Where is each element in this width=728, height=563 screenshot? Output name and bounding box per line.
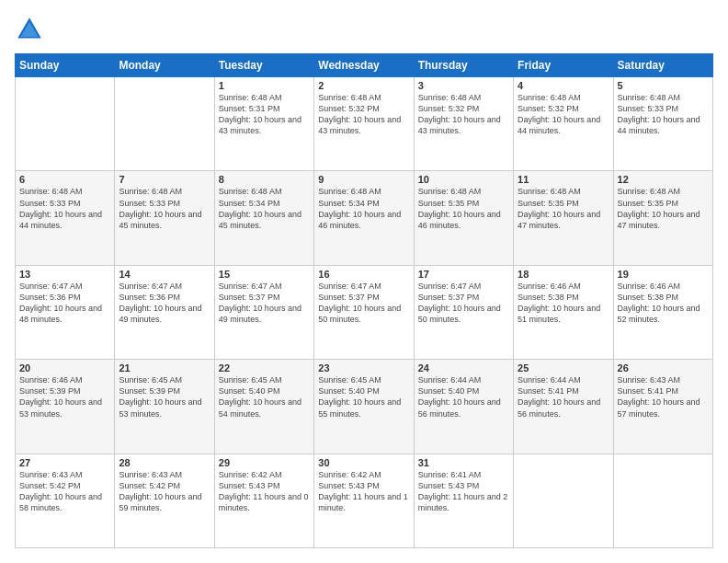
- day-number: 19: [618, 269, 709, 280]
- weekday-header-thursday: Thursday: [414, 54, 513, 77]
- weekday-header-row: SundayMondayTuesdayWednesdayThursdayFrid…: [16, 54, 713, 77]
- calendar-cell: 6Sunrise: 6:48 AM Sunset: 5:33 PM Daylig…: [16, 171, 115, 265]
- calendar-cell: [16, 77, 115, 171]
- day-number: 2: [318, 80, 409, 91]
- cell-info: Sunrise: 6:48 AM Sunset: 5:35 PM Dayligh…: [618, 186, 709, 231]
- week-row-3: 13Sunrise: 6:47 AM Sunset: 5:36 PM Dayli…: [16, 265, 713, 359]
- cell-info: Sunrise: 6:48 AM Sunset: 5:33 PM Dayligh…: [618, 92, 709, 137]
- week-row-5: 27Sunrise: 6:43 AM Sunset: 5:42 PM Dayli…: [16, 454, 713, 547]
- cell-info: Sunrise: 6:45 AM Sunset: 5:39 PM Dayligh…: [119, 374, 210, 419]
- cell-info: Sunrise: 6:42 AM Sunset: 5:43 PM Dayligh…: [219, 469, 310, 514]
- calendar-cell: 5Sunrise: 6:48 AM Sunset: 5:33 PM Daylig…: [613, 77, 712, 171]
- week-row-4: 20Sunrise: 6:46 AM Sunset: 5:39 PM Dayli…: [16, 360, 713, 454]
- cell-info: Sunrise: 6:43 AM Sunset: 5:41 PM Dayligh…: [618, 374, 709, 419]
- logo: [15, 15, 48, 44]
- calendar-table: SundayMondayTuesdayWednesdayThursdayFrid…: [15, 53, 713, 548]
- calendar-cell: 8Sunrise: 6:48 AM Sunset: 5:34 PM Daylig…: [214, 171, 313, 265]
- cell-info: Sunrise: 6:48 AM Sunset: 5:35 PM Dayligh…: [418, 186, 509, 231]
- calendar-cell: 18Sunrise: 6:46 AM Sunset: 5:38 PM Dayli…: [514, 265, 613, 359]
- calendar-cell: 24Sunrise: 6:44 AM Sunset: 5:40 PM Dayli…: [414, 360, 513, 454]
- cell-info: Sunrise: 6:41 AM Sunset: 5:43 PM Dayligh…: [418, 469, 509, 514]
- calendar-cell: [514, 454, 613, 547]
- day-number: 5: [618, 80, 709, 91]
- calendar-cell: 29Sunrise: 6:42 AM Sunset: 5:43 PM Dayli…: [214, 454, 313, 547]
- day-number: 20: [19, 362, 110, 373]
- calendar-cell: 22Sunrise: 6:45 AM Sunset: 5:40 PM Dayli…: [214, 360, 313, 454]
- day-number: 21: [119, 362, 210, 373]
- calendar-cell: 2Sunrise: 6:48 AM Sunset: 5:32 PM Daylig…: [314, 77, 414, 171]
- calendar-cell: 20Sunrise: 6:46 AM Sunset: 5:39 PM Dayli…: [16, 360, 115, 454]
- cell-info: Sunrise: 6:48 AM Sunset: 5:31 PM Dayligh…: [219, 92, 310, 137]
- weekday-header-sunday: Sunday: [16, 54, 115, 77]
- day-number: 13: [19, 269, 110, 280]
- cell-info: Sunrise: 6:48 AM Sunset: 5:35 PM Dayligh…: [518, 186, 609, 231]
- calendar-cell: 16Sunrise: 6:47 AM Sunset: 5:37 PM Dayli…: [314, 265, 414, 359]
- day-number: 29: [219, 457, 310, 468]
- cell-info: Sunrise: 6:48 AM Sunset: 5:34 PM Dayligh…: [219, 186, 310, 231]
- calendar-cell: 12Sunrise: 6:48 AM Sunset: 5:35 PM Dayli…: [613, 171, 712, 265]
- weekday-header-monday: Monday: [115, 54, 214, 77]
- weekday-header-saturday: Saturday: [613, 54, 712, 77]
- calendar-cell: 28Sunrise: 6:43 AM Sunset: 5:42 PM Dayli…: [115, 454, 214, 547]
- calendar-cell: [613, 454, 712, 547]
- calendar-cell: 27Sunrise: 6:43 AM Sunset: 5:42 PM Dayli…: [16, 454, 115, 547]
- cell-info: Sunrise: 6:44 AM Sunset: 5:41 PM Dayligh…: [518, 374, 609, 419]
- day-number: 27: [19, 457, 110, 468]
- week-row-2: 6Sunrise: 6:48 AM Sunset: 5:33 PM Daylig…: [16, 171, 713, 265]
- calendar-cell: 21Sunrise: 6:45 AM Sunset: 5:39 PM Dayli…: [115, 360, 214, 454]
- calendar-cell: 31Sunrise: 6:41 AM Sunset: 5:43 PM Dayli…: [414, 454, 513, 547]
- day-number: 26: [618, 362, 709, 373]
- calendar-cell: 19Sunrise: 6:46 AM Sunset: 5:38 PM Dayli…: [613, 265, 712, 359]
- cell-info: Sunrise: 6:44 AM Sunset: 5:40 PM Dayligh…: [418, 374, 509, 419]
- calendar-cell: 10Sunrise: 6:48 AM Sunset: 5:35 PM Dayli…: [414, 171, 513, 265]
- day-number: 16: [318, 269, 409, 280]
- day-number: 12: [618, 174, 709, 185]
- day-number: 6: [19, 174, 110, 185]
- weekday-header-friday: Friday: [514, 54, 613, 77]
- calendar-cell: 9Sunrise: 6:48 AM Sunset: 5:34 PM Daylig…: [314, 171, 414, 265]
- day-number: 3: [418, 80, 509, 91]
- calendar-cell: 17Sunrise: 6:47 AM Sunset: 5:37 PM Dayli…: [414, 265, 513, 359]
- cell-info: Sunrise: 6:43 AM Sunset: 5:42 PM Dayligh…: [19, 469, 110, 514]
- weekday-header-tuesday: Tuesday: [214, 54, 313, 77]
- day-number: 15: [219, 269, 310, 280]
- day-number: 30: [318, 457, 409, 468]
- header: [15, 15, 713, 44]
- calendar-cell: [115, 77, 214, 171]
- calendar-cell: 7Sunrise: 6:48 AM Sunset: 5:33 PM Daylig…: [115, 171, 214, 265]
- page: SundayMondayTuesdayWednesdayThursdayFrid…: [0, 0, 728, 563]
- cell-info: Sunrise: 6:47 AM Sunset: 5:37 PM Dayligh…: [219, 281, 310, 326]
- day-number: 17: [418, 269, 509, 280]
- day-number: 18: [518, 269, 609, 280]
- cell-info: Sunrise: 6:48 AM Sunset: 5:33 PM Dayligh…: [119, 186, 210, 231]
- week-row-1: 1Sunrise: 6:48 AM Sunset: 5:31 PM Daylig…: [16, 77, 713, 171]
- day-number: 4: [518, 80, 609, 91]
- day-number: 24: [418, 362, 509, 373]
- weekday-header-wednesday: Wednesday: [314, 54, 414, 77]
- calendar-cell: 13Sunrise: 6:47 AM Sunset: 5:36 PM Dayli…: [16, 265, 115, 359]
- cell-info: Sunrise: 6:47 AM Sunset: 5:36 PM Dayligh…: [119, 281, 210, 326]
- day-number: 25: [518, 362, 609, 373]
- cell-info: Sunrise: 6:47 AM Sunset: 5:36 PM Dayligh…: [19, 281, 110, 326]
- day-number: 9: [318, 174, 409, 185]
- cell-info: Sunrise: 6:45 AM Sunset: 5:40 PM Dayligh…: [318, 374, 409, 419]
- calendar-cell: 14Sunrise: 6:47 AM Sunset: 5:36 PM Dayli…: [115, 265, 214, 359]
- calendar-cell: 23Sunrise: 6:45 AM Sunset: 5:40 PM Dayli…: [314, 360, 414, 454]
- day-number: 10: [418, 174, 509, 185]
- day-number: 31: [418, 457, 509, 468]
- calendar-cell: 1Sunrise: 6:48 AM Sunset: 5:31 PM Daylig…: [214, 77, 313, 171]
- logo-icon: [15, 15, 44, 44]
- cell-info: Sunrise: 6:46 AM Sunset: 5:39 PM Dayligh…: [19, 374, 110, 419]
- calendar-cell: 26Sunrise: 6:43 AM Sunset: 5:41 PM Dayli…: [613, 360, 712, 454]
- calendar-cell: 4Sunrise: 6:48 AM Sunset: 5:32 PM Daylig…: [514, 77, 613, 171]
- day-number: 14: [119, 269, 210, 280]
- cell-info: Sunrise: 6:42 AM Sunset: 5:43 PM Dayligh…: [318, 469, 409, 514]
- calendar-cell: 3Sunrise: 6:48 AM Sunset: 5:32 PM Daylig…: [414, 77, 513, 171]
- cell-info: Sunrise: 6:46 AM Sunset: 5:38 PM Dayligh…: [518, 281, 609, 326]
- day-number: 23: [318, 362, 409, 373]
- cell-info: Sunrise: 6:48 AM Sunset: 5:34 PM Dayligh…: [318, 186, 409, 231]
- cell-info: Sunrise: 6:48 AM Sunset: 5:32 PM Dayligh…: [518, 92, 609, 137]
- calendar-cell: 30Sunrise: 6:42 AM Sunset: 5:43 PM Dayli…: [314, 454, 414, 547]
- day-number: 8: [219, 174, 310, 185]
- cell-info: Sunrise: 6:46 AM Sunset: 5:38 PM Dayligh…: [618, 281, 709, 326]
